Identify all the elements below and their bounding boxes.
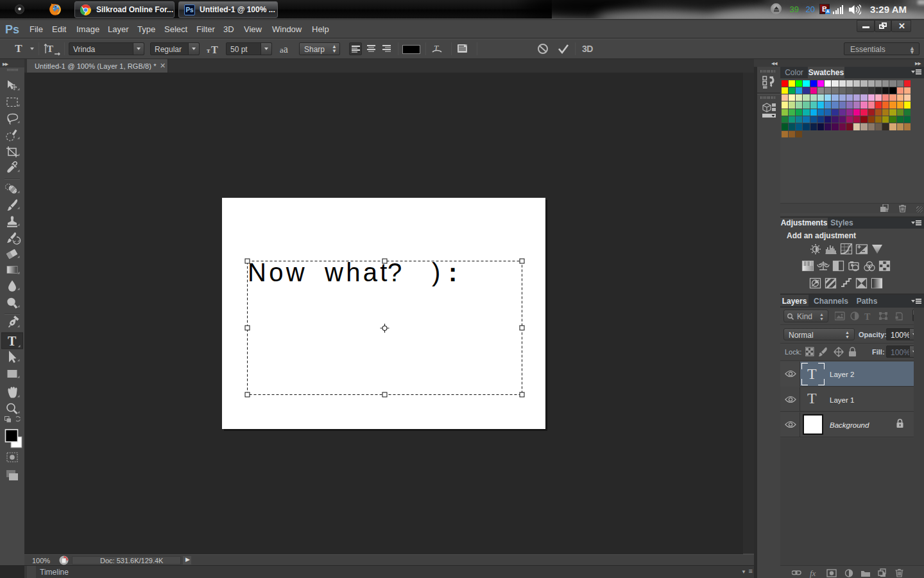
svg-text:T: T bbox=[864, 312, 871, 322]
svg-text:fx: fx bbox=[810, 568, 816, 578]
svg-text:T: T bbox=[47, 44, 53, 54]
svg-text:т: т bbox=[207, 46, 210, 54]
svg-text:T: T bbox=[211, 44, 218, 55]
svg-text:T: T bbox=[8, 334, 17, 348]
svg-text:T: T bbox=[434, 43, 439, 53]
svg-text:▶▶: ▶▶ bbox=[3, 62, 8, 66]
